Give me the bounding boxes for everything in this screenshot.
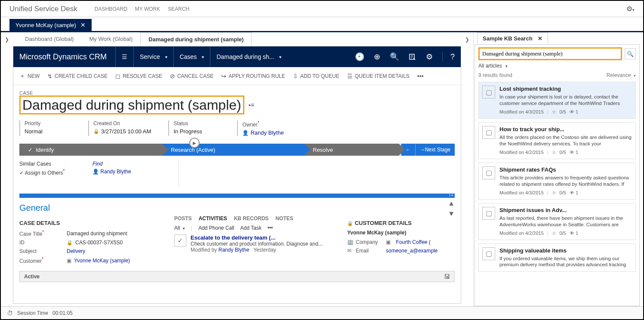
- session-tabs: Yvonne McKay (sample) ✕: [1, 17, 643, 32]
- find-link[interactable]: Find: [92, 161, 102, 167]
- tab-notes[interactable]: NOTES: [275, 215, 293, 222]
- nav-search[interactable]: SEARCH: [168, 6, 189, 12]
- kb-views: 1: [576, 190, 578, 195]
- star-icon: ☆: [552, 190, 556, 196]
- kb-result-item[interactable]: ▢ Shipment issues in Adv... As last repo…: [478, 203, 636, 240]
- status-label: Status: [173, 120, 220, 126]
- kb-result-item[interactable]: ▢ Shipment rates FAQs This article provi…: [478, 163, 636, 200]
- email-value[interactable]: someone_a@example: [386, 248, 438, 254]
- help-icon[interactable]: ?: [442, 52, 455, 62]
- status-value[interactable]: In Progress: [173, 128, 220, 135]
- search-icon[interactable]: 🔍: [625, 48, 636, 59]
- app-title: Unified Service Desk: [9, 5, 77, 13]
- queue-details-button[interactable]: ☰QUEUE ITEM DETAILS: [347, 73, 410, 80]
- tab-activities[interactable]: ACTIVITIES: [199, 215, 227, 222]
- activity-meta: Modified by Randy Blythe Yesterday: [191, 247, 334, 253]
- view-tab-mywork[interactable]: My Work (Global): [81, 32, 140, 46]
- kb-rating: 0/5: [560, 231, 566, 236]
- created-on-value[interactable]: 🔒3/27/2015 10:00 AM: [93, 128, 151, 135]
- nav-mywork[interactable]: MY WORK: [135, 6, 160, 12]
- cancel-case-button[interactable]: ⊘CANCEL CASE: [170, 73, 213, 80]
- customer-label: Customer*: [19, 257, 67, 264]
- expand-left-icon[interactable]: ❯: [1, 32, 13, 306]
- subject-value[interactable]: Delivery: [67, 248, 85, 254]
- kb-filter-dropdown[interactable]: All articles▾: [478, 63, 636, 69]
- sitemap-button[interactable]: ☰: [115, 46, 133, 67]
- expand-right-icon[interactable]: ❯: [461, 32, 473, 306]
- view-tab-case[interactable]: Damaged during shipment (sample): [140, 32, 252, 46]
- kb-rating: 0/5: [560, 190, 566, 195]
- company-value[interactable]: Fourth Coffee (: [396, 239, 430, 245]
- new-button[interactable]: ＋NEW: [19, 72, 40, 80]
- title-details-icon[interactable]: ▪≡: [249, 102, 254, 108]
- customer-details-heading: 🔒 CUSTOMER DETAILS: [347, 220, 455, 226]
- kb-result-item[interactable]: ▢ Shipping valueable items If you ordere…: [478, 243, 636, 272]
- kb-modified-date: Modified on 4/3/2015: [499, 109, 544, 114]
- quick-create-icon[interactable]: ⊕: [374, 52, 380, 62]
- scroll-up-icon[interactable]: ▲: [448, 200, 455, 207]
- kb-modified-date: Modified on 4/2/2015: [499, 150, 544, 155]
- apply-routing-button[interactable]: ↪APPLY ROUTING RULE: [221, 73, 285, 80]
- nav-dashboard[interactable]: DASHBOARD: [95, 6, 127, 12]
- search-icon[interactable]: 🔍: [390, 52, 399, 62]
- stage-next-button[interactable]: → Next Stage: [415, 144, 455, 156]
- queue-add-icon: ⇩: [293, 73, 298, 80]
- routing-icon: ↪: [221, 73, 226, 80]
- checkbox-icon[interactable]: ✓: [174, 234, 186, 246]
- advanced-find-icon[interactable]: [409, 53, 416, 61]
- activity-filter-all[interactable]: All ▾: [174, 225, 185, 231]
- cases-dropdown[interactable]: Cases▾: [173, 46, 210, 67]
- status-field: Status In Progress: [168, 120, 220, 136]
- close-icon[interactable]: ✕: [538, 35, 542, 42]
- recent-icon[interactable]: 🕘: [355, 52, 364, 62]
- create-child-button[interactable]: ↯CREATE CHILD CASE: [47, 73, 108, 80]
- case-title-value[interactable]: Damaged during shipment: [67, 230, 127, 237]
- scroll-down-icon[interactable]: ▼: [448, 210, 455, 218]
- stage-research[interactable]: Research (Active): [162, 144, 304, 156]
- kb-result-item[interactable]: ▢ How to track your ship... All the orde…: [478, 122, 636, 159]
- crm-title: Microsoft Dynamics CRM: [19, 52, 107, 62]
- star-icon: ☆: [552, 150, 556, 155]
- customer-value[interactable]: ▣Yvonne McKay (sample): [67, 257, 130, 264]
- stage-identify[interactable]: ✓ Identify: [19, 144, 162, 156]
- record-form: CASE Damaged during shipment (sample) ▪≡…: [13, 85, 461, 303]
- kb-result-item[interactable]: ▢ Lost shipment tracking In case your sh…: [478, 82, 636, 119]
- kb-search-input[interactable]: [478, 47, 622, 60]
- gear-icon[interactable]: ⚙▾: [626, 5, 635, 13]
- add-task-button[interactable]: Add Task: [240, 225, 262, 231]
- session-tab[interactable]: Yvonne McKay (sample) ✕: [9, 19, 92, 31]
- close-icon[interactable]: ✕: [80, 22, 86, 28]
- stage-resolve[interactable]: Resolve: [304, 144, 399, 156]
- owner-value[interactable]: 👤Randy Blythe: [242, 129, 289, 136]
- id-label: ID: [19, 240, 67, 246]
- kb-search-tab[interactable]: Sample KB Search ✕: [477, 32, 548, 44]
- activity-title[interactable]: Escalate to the delivery team (...: [191, 234, 334, 241]
- kb-views: 1: [576, 231, 578, 236]
- view-tab-dashboard[interactable]: Dashboard (Global): [17, 32, 81, 46]
- more-commands-button[interactable]: •••: [417, 73, 424, 80]
- settings-icon[interactable]: ⚙: [426, 52, 433, 62]
- save-icon[interactable]: 🖫: [444, 273, 450, 280]
- current-record-dropdown[interactable]: Damaged during sh...▾: [210, 46, 287, 67]
- person-icon: 👤: [92, 169, 99, 175]
- customer-name[interactable]: Yvonne McKay (sample): [347, 230, 455, 236]
- service-dropdown[interactable]: Service▾: [133, 46, 173, 67]
- id-value[interactable]: 🔒CAS-00037-S7X5S0: [67, 240, 123, 246]
- tab-posts[interactable]: POSTS: [174, 215, 192, 222]
- owner-field: Owner* 👤Randy Blythe: [237, 120, 289, 136]
- activity-more-button[interactable]: •••: [268, 225, 273, 231]
- add-queue-button[interactable]: ⇩ADD TO QUEUE: [293, 73, 339, 80]
- assign-others-value[interactable]: 👤 Randy Blythe: [92, 169, 131, 176]
- section-divider: i ▪: [19, 194, 455, 198]
- resolve-case-button[interactable]: ◻RESOLVE CASE: [115, 73, 162, 80]
- eye-icon: 👁: [570, 231, 574, 236]
- account-icon: ▣: [386, 239, 394, 245]
- kb-sort-dropdown[interactable]: Relevance ▾: [607, 72, 636, 78]
- add-phone-call-button[interactable]: Add Phone Call: [198, 225, 234, 231]
- tab-kb-records[interactable]: KB RECORDS: [234, 215, 269, 222]
- session-time-value: 00:01:05: [52, 310, 73, 316]
- priority-value[interactable]: Normal: [25, 128, 71, 135]
- email-label: Email: [356, 248, 386, 254]
- view-tabs: Dashboard (Global) My Work (Global) Dama…: [13, 32, 461, 46]
- activity-item[interactable]: ✓ Escalate to the delivery team (... Che…: [174, 234, 334, 253]
